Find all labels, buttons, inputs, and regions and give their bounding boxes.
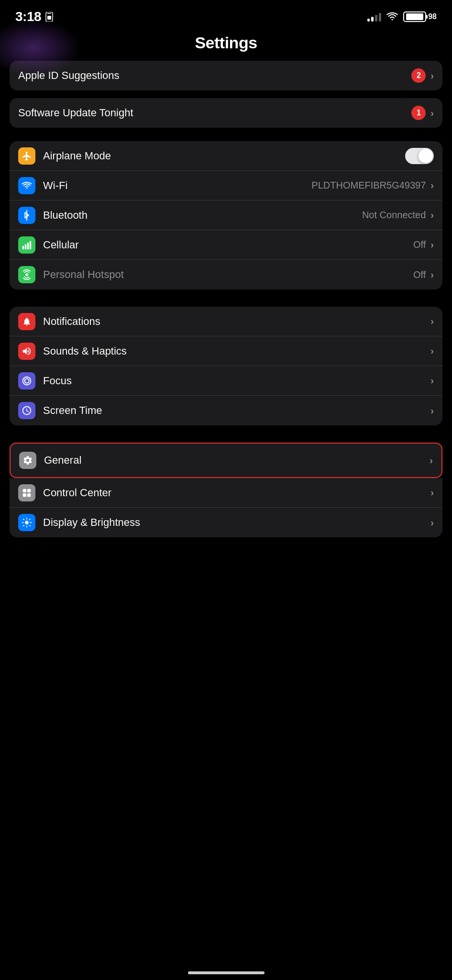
airplane-mode-icon — [18, 147, 35, 165]
display-svg — [22, 517, 32, 528]
bluetooth-chevron: › — [430, 210, 434, 221]
system-card: Notifications › Sounds & Haptics › Focus… — [10, 307, 442, 425]
svg-rect-9 — [27, 489, 31, 492]
software-update-badge: 1 — [411, 106, 426, 120]
control-center-label: Control Center — [43, 487, 430, 499]
wifi-row[interactable]: Wi-Fi PLDTHOMEFIBR5G49397 › — [10, 171, 442, 200]
svg-rect-4 — [25, 244, 26, 249]
apple-id-chevron: › — [430, 70, 434, 81]
display-icon — [18, 514, 35, 531]
home-indicator — [188, 971, 265, 974]
hotspot-value: Off — [413, 269, 426, 280]
cellular-icon — [18, 236, 35, 254]
svg-rect-5 — [27, 243, 29, 249]
wifi-label: Wi-Fi — [43, 179, 311, 192]
svg-rect-8 — [23, 489, 26, 492]
svg-rect-11 — [27, 493, 31, 496]
screentime-svg — [22, 405, 32, 416]
display-brightness-label: Display & Brightness — [43, 516, 430, 529]
cellular-label: Cellular — [43, 239, 413, 251]
sounds-icon — [18, 343, 35, 360]
page-title: Settings — [0, 29, 452, 61]
svg-rect-6 — [30, 241, 31, 249]
card-software-update: Software Update Tonight 1 › — [10, 98, 442, 128]
general-icon — [19, 452, 36, 469]
bluetooth-label: Bluetooth — [43, 209, 362, 222]
general-chevron: › — [430, 455, 433, 466]
airplane-mode-row[interactable]: Airplane Mode — [10, 141, 442, 171]
focus-chevron: › — [430, 375, 434, 386]
sounds-chevron: › — [430, 345, 434, 356]
apple-id-label: Apple ID Suggestions — [18, 69, 411, 82]
airplane-svg — [22, 151, 32, 161]
cellular-row[interactable]: Cellular Off › — [10, 230, 442, 260]
wifi-row-icon — [18, 177, 35, 194]
screen-time-chevron: › — [430, 405, 434, 416]
bluetooth-icon — [18, 207, 35, 224]
sounds-svg — [22, 346, 32, 356]
cellular-svg — [22, 240, 32, 250]
sim-icon — [45, 12, 54, 22]
title-area: Settings — [0, 29, 452, 61]
airplane-mode-toggle[interactable] — [405, 148, 434, 164]
cellular-chevron: › — [430, 239, 434, 250]
svg-rect-10 — [23, 493, 26, 496]
signal-icon — [367, 12, 381, 22]
wifi-chevron: › — [430, 180, 434, 191]
cellular-value: Off — [413, 239, 426, 250]
apple-id-suggestions-row[interactable]: Apple ID Suggestions 2 › — [10, 61, 442, 90]
status-bar: 3:18 98 — [0, 0, 452, 29]
display-brightness-row[interactable]: Display & Brightness › — [10, 508, 442, 537]
general-svg — [22, 455, 33, 466]
bluetooth-value: Not Connected — [362, 210, 426, 221]
hotspot-svg — [22, 269, 32, 280]
screen-time-row[interactable]: Screen Time › — [10, 396, 442, 425]
general-highlighted-wrapper: General › — [10, 443, 442, 478]
bluetooth-row[interactable]: Bluetooth Not Connected › — [10, 200, 442, 230]
display-card: Control Center › Display & Brightness › — [10, 478, 442, 537]
focus-label: Focus — [43, 375, 430, 387]
battery-level: 98 — [428, 13, 437, 21]
hotspot-chevron: › — [430, 269, 434, 280]
screen-time-label: Screen Time — [43, 404, 430, 417]
general-row[interactable]: General › — [11, 444, 441, 477]
software-update-chevron: › — [430, 108, 434, 119]
general-label: General — [44, 454, 430, 467]
wifi-row-svg — [22, 181, 32, 190]
battery-container: 98 — [403, 11, 437, 22]
notifications-icon — [18, 313, 35, 330]
card-apple-id: Apple ID Suggestions 2 › — [10, 61, 442, 90]
bottom-spacer — [0, 545, 452, 593]
controlcenter-svg — [22, 488, 32, 498]
notifications-svg — [22, 316, 32, 327]
svg-point-7 — [25, 273, 28, 276]
screen-time-icon — [18, 402, 35, 419]
control-center-icon — [18, 484, 35, 501]
notifications-chevron: › — [430, 316, 434, 327]
display-brightness-chevron: › — [430, 517, 434, 528]
hotspot-label: Personal Hotspot — [43, 268, 413, 281]
focus-icon — [18, 372, 35, 390]
sounds-label: Sounds & Haptics — [43, 345, 430, 357]
apple-id-badge: 2 — [411, 68, 426, 83]
wifi-value: PLDTHOMEFIBR5G49397 — [311, 180, 426, 191]
personal-hotspot-row[interactable]: Personal Hotspot Off › — [10, 260, 442, 290]
svg-rect-3 — [22, 245, 24, 249]
airplane-mode-label: Airplane Mode — [43, 150, 405, 162]
wifi-icon — [386, 12, 398, 22]
svg-rect-1 — [47, 16, 51, 20]
connectivity-card: Airplane Mode Wi-Fi PLDTHOMEFIBR5G49397 … — [10, 141, 442, 290]
software-update-label: Software Update Tonight — [18, 107, 411, 119]
bluetooth-svg — [23, 210, 31, 221]
focus-row[interactable]: Focus › — [10, 366, 442, 396]
svg-point-12 — [25, 521, 28, 524]
software-update-row[interactable]: Software Update Tonight 1 › — [10, 98, 442, 128]
control-center-chevron: › — [430, 487, 434, 498]
sounds-haptics-row[interactable]: Sounds & Haptics › — [10, 336, 442, 366]
control-center-row[interactable]: Control Center › — [10, 478, 442, 508]
status-time: 3:18 — [15, 9, 41, 24]
status-icons: 98 — [367, 11, 437, 22]
notifications-label: Notifications — [43, 315, 430, 328]
focus-svg — [22, 376, 32, 386]
notifications-row[interactable]: Notifications › — [10, 307, 442, 336]
